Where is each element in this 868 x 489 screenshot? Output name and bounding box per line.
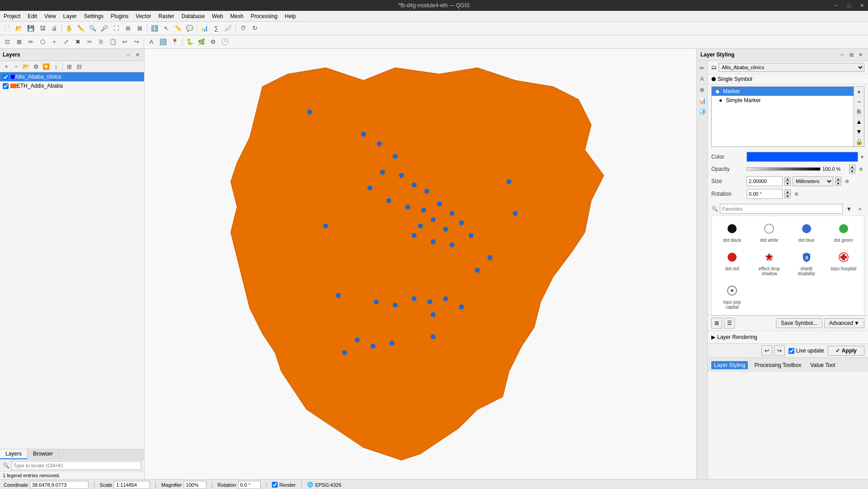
python-button[interactable]: 🐍 [184, 37, 195, 47]
rotation-input[interactable] [747, 189, 783, 199]
menu-processing[interactable]: Processing [247, 11, 281, 21]
copy-feature-button[interactable]: ⎘ [96, 37, 107, 47]
deselect-button[interactable]: ⊠ [14, 37, 24, 47]
sort-layers-button[interactable]: ↕ [51, 62, 61, 71]
menu-raster[interactable]: Raster [155, 11, 178, 21]
diagram-button[interactable]: 🔢 [158, 37, 168, 47]
symbol-topo-pop-capital[interactable]: topo pop capital [715, 282, 749, 311]
menu-settings[interactable]: Settings [80, 11, 107, 21]
size-advanced-icon[interactable]: ⚙ [843, 178, 850, 185]
opacity-advanced-icon[interactable]: ⚙ [857, 165, 864, 173]
rotation-advanced-icon[interactable]: ⚙ [793, 190, 800, 197]
menu-web[interactable]: Web [208, 11, 226, 21]
color-dropdown-icon[interactable]: ▼ [860, 155, 864, 160]
save-project-button[interactable]: 💾 [25, 23, 36, 34]
layer-item-clinics[interactable]: Allis_Ababa_clinics [0, 72, 144, 81]
lock-layer-tree-button[interactable]: 🔒 [854, 136, 864, 146]
collapse-all-button[interactable]: ⊟ [75, 62, 84, 71]
move-up-tree-button[interactable]: ▲ [854, 117, 864, 127]
advanced-button[interactable]: Advanced ▼ [824, 318, 864, 328]
print-button[interactable]: 🖨 [49, 23, 60, 34]
zoom-layer-button[interactable]: ⊞ [122, 23, 133, 34]
save-as-button[interactable]: 🖫 [37, 23, 48, 34]
search-input[interactable] [11, 461, 141, 470]
saga-button[interactable]: ⚙ [208, 37, 219, 47]
scale-input[interactable] [114, 481, 150, 489]
remove-layer-button[interactable]: − [12, 62, 21, 71]
map-area[interactable] [145, 49, 696, 479]
layer-name-select[interactable]: Allis_Ababa_clinics [719, 63, 864, 72]
live-update-checkbox[interactable] [789, 348, 794, 354]
tab-layers[interactable]: Layers [0, 449, 28, 459]
render-checkbox[interactable] [272, 482, 278, 488]
undo-button[interactable]: ↩ [119, 37, 130, 47]
opacity-up-button[interactable]: ▲ [849, 165, 855, 169]
tab-layer-styling[interactable]: Layer Styling [711, 361, 748, 369]
color-swatch[interactable] [747, 152, 858, 162]
styling-close-button[interactable]: ✕ [856, 51, 864, 59]
annotation-button[interactable]: 💬 [184, 23, 195, 34]
styling-icon-3d[interactable]: 🧊 [697, 106, 707, 116]
measure-button[interactable]: 📏 [173, 23, 183, 34]
add-feature-button[interactable]: + [49, 37, 60, 47]
move-down-tree-button[interactable]: ▼ [854, 127, 864, 136]
size-unit-down-button[interactable]: ▼ [835, 181, 841, 186]
layer-rendering-header[interactable]: ▶ Layer Rendering [711, 333, 864, 342]
magnifier-input[interactable] [184, 481, 206, 489]
menu-vector[interactable]: Vector [132, 11, 155, 21]
add-layer-button[interactable]: + [2, 62, 11, 71]
maximize-button[interactable]: □ [843, 0, 855, 11]
field-calc-button[interactable]: ∑ [211, 23, 222, 34]
symbol-dot-black[interactable]: dot black [715, 220, 749, 244]
refresh-button[interactable]: ↻ [249, 23, 260, 34]
menu-edit[interactable]: Edit [24, 11, 41, 21]
menu-help[interactable]: Help [281, 11, 300, 21]
styling-float-button[interactable]: ⊞ [847, 51, 855, 59]
properties-button[interactable]: ⚙ [32, 62, 41, 71]
grid-view-button[interactable]: ⊞ [711, 318, 722, 329]
menu-mesh[interactable]: Mesh [227, 11, 247, 21]
move-feature-button[interactable]: ⤢ [61, 37, 71, 47]
favorites-search-input[interactable] [720, 204, 843, 214]
cut-feature-button[interactable]: ✂ [84, 37, 95, 47]
grass-button[interactable]: 🌿 [196, 37, 207, 47]
tab-browser[interactable]: Browser [28, 449, 59, 459]
expand-all-button[interactable]: ⊞ [65, 62, 74, 71]
symbol-shield-disability[interactable]: ♿ shield disability [790, 248, 823, 278]
save-symbol-button[interactable]: Save Symbol... [776, 318, 822, 328]
temporal-button[interactable]: ⏱ [238, 23, 248, 34]
duplicate-layer-tree-button[interactable]: ⎘ [854, 107, 864, 117]
coordinate-input[interactable] [30, 481, 89, 489]
tab-processing-toolbox[interactable]: Processing Toolbox [751, 361, 804, 369]
symbol-dot-red[interactable]: dot red [715, 248, 749, 278]
open-layer-button[interactable]: 📂 [22, 62, 31, 71]
simple-marker-item[interactable]: ● Simple Marker [712, 96, 854, 105]
styling-icon-mask[interactable]: ⊕ [697, 85, 707, 94]
filter-layer-button[interactable]: 🔽 [42, 62, 51, 71]
rotation-down-button[interactable]: ▼ [784, 194, 791, 198]
node-tool-button[interactable]: ⬡ [37, 37, 48, 47]
size-down-button[interactable]: ▼ [784, 181, 791, 186]
add-layer-tree-button[interactable]: + [854, 87, 864, 97]
size-unit-up-button[interactable]: ▲ [835, 177, 841, 181]
delete-feature-button[interactable]: ✖ [72, 37, 83, 47]
edit-features-button[interactable]: ✏ [25, 37, 36, 47]
rotation-up-button[interactable]: ▲ [784, 189, 791, 194]
processing-history-button[interactable]: 🕐 [219, 37, 230, 47]
label-button[interactable]: A [146, 37, 157, 47]
redo-styling-button[interactable]: ↪ [774, 345, 785, 356]
rotation-status-input[interactable] [238, 481, 261, 489]
size-up-button[interactable]: ▲ [784, 177, 791, 181]
digitize-button[interactable]: ✏️ [75, 23, 86, 34]
styling-icon-pencil[interactable]: ✏ [697, 63, 707, 73]
size-unit-select[interactable]: Millimeters Pixels Points Inches [793, 176, 833, 186]
redo-button[interactable]: ↪ [131, 37, 142, 47]
layer-item-addis[interactable]: ETH_Addis_Ababa [0, 81, 144, 90]
layer-checkbox-clinics[interactable] [3, 74, 9, 80]
close-button[interactable]: ✕ [855, 0, 868, 11]
symbol-dot-green[interactable]: dot green [827, 220, 860, 244]
favorites-filter-button[interactable]: ▼ [845, 204, 854, 213]
size-input[interactable] [747, 176, 783, 186]
identify-button[interactable]: ℹ️ [149, 23, 160, 34]
apply-button[interactable]: ✓ Apply [828, 346, 864, 356]
